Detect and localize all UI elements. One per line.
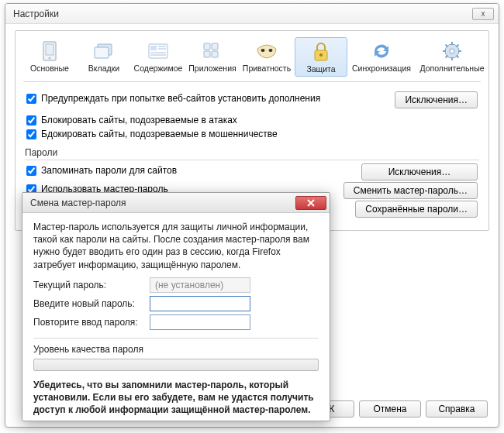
current-password-value: (не установлен)	[150, 277, 250, 293]
svg-line-25	[446, 45, 448, 47]
tab-tabs[interactable]: Вкладки	[78, 37, 130, 77]
passwords-exceptions-button[interactable]: Исключения…	[361, 163, 478, 180]
cancel-button[interactable]: Отмена	[359, 400, 421, 418]
svg-line-27	[457, 45, 459, 47]
svg-rect-12	[212, 43, 218, 50]
svg-point-15	[261, 49, 265, 52]
svg-rect-13	[204, 51, 210, 57]
divider	[33, 338, 319, 338]
svg-rect-4	[95, 47, 109, 58]
remember-passwords-label: Запоминать пароли для сайтов	[41, 165, 177, 176]
current-password-label: Текущий пароль:	[33, 279, 150, 291]
tab-advanced[interactable]: Дополнительные	[416, 37, 488, 77]
tab-bar: Основные Вкладки Содержимое	[23, 36, 481, 82]
tab-label: Приватность	[242, 64, 292, 73]
tab-security[interactable]: Защита	[295, 37, 347, 77]
tab-label: Дополнительные	[417, 64, 487, 73]
repeat-password-label: Повторите ввод пароля:	[33, 316, 150, 328]
svg-point-16	[269, 49, 273, 52]
gear-icon	[440, 40, 464, 62]
block-fraud-checkbox[interactable]	[26, 129, 36, 139]
passwords-section-label: Пароли	[25, 147, 479, 158]
new-password-input[interactable]	[150, 296, 250, 311]
svg-line-28	[446, 56, 448, 58]
window-title: Настройки	[13, 9, 472, 19]
mask-icon	[254, 40, 279, 62]
close-icon: x	[482, 9, 485, 18]
block-attacks-label: Блокировать сайты, подозреваемые в атака…	[41, 115, 237, 125]
content-icon	[146, 40, 171, 62]
block-attacks-checkbox[interactable]	[26, 115, 36, 125]
svg-rect-1	[46, 44, 54, 55]
close-button[interactable]: x	[472, 8, 494, 20]
password-quality-meter	[33, 359, 319, 371]
addons-exceptions-button[interactable]: Исключения…	[395, 91, 478, 108]
repeat-password-input[interactable]	[150, 314, 250, 330]
svg-line-26	[457, 56, 459, 58]
block-fraud-label: Бдокировать сайты, подозреваемые в мошен…	[41, 129, 278, 139]
svg-point-18	[319, 53, 323, 57]
svg-point-20	[450, 49, 454, 53]
device-icon	[37, 40, 62, 62]
quality-label: Уровень качества пароля	[33, 343, 319, 356]
apps-icon	[200, 40, 225, 62]
modal-titlebar[interactable]: Смена мастер-пароля	[22, 193, 330, 213]
tabs-icon	[91, 40, 116, 62]
modal-title: Смена мастер-пароля	[30, 198, 295, 208]
tab-label: Вкладки	[79, 64, 129, 73]
close-icon	[307, 199, 315, 207]
sync-icon	[369, 40, 394, 62]
tab-label: Содержимое	[133, 64, 183, 73]
new-password-label: Введите новый пароль:	[33, 297, 150, 310]
modal-intro: Мастер-пароль используется для защиты ли…	[33, 221, 319, 271]
tab-content[interactable]: Содержимое	[132, 37, 185, 77]
tab-general[interactable]: Основные	[23, 37, 76, 77]
help-button[interactable]: Справка	[426, 400, 488, 418]
svg-rect-11	[204, 43, 210, 50]
addons-warn-label: Предупреждать при попытке веб-сайтов уст…	[41, 93, 320, 104]
remember-passwords-checkbox[interactable]	[26, 166, 36, 176]
saved-passwords-button[interactable]: Сохранённые пароли…	[355, 201, 478, 218]
tab-applications[interactable]: Приложения	[186, 37, 239, 77]
divider	[25, 160, 479, 160]
lock-icon	[309, 41, 333, 63]
modal-body: Мастер-пароль используется для защиты ли…	[22, 213, 330, 431]
tab-label: Синхронизация	[350, 64, 413, 73]
addons-warn-checkbox[interactable]	[26, 94, 36, 104]
tab-label: Приложения	[188, 64, 237, 73]
svg-rect-6	[150, 46, 157, 50]
tab-label: Основные	[25, 64, 74, 73]
svg-rect-14	[212, 51, 218, 57]
titlebar[interactable]: Настройки x	[5, 4, 499, 24]
tab-privacy[interactable]: Приватность	[240, 37, 293, 77]
modal-close-button[interactable]	[295, 196, 326, 210]
svg-point-2	[49, 57, 51, 60]
modal-warning: Убедитесь, что вы запомнили мастер-парол…	[33, 379, 319, 417]
change-master-button[interactable]: Сменить мастер-пароль…	[343, 182, 478, 199]
tab-sync[interactable]: Синхронизация	[349, 37, 414, 77]
change-master-password-dialog: Смена мастер-пароля Мастер-пароль исполь…	[22, 192, 330, 421]
modal-button-bar: ОК Отмена	[22, 431, 330, 434]
tab-label: Защита	[297, 64, 345, 74]
